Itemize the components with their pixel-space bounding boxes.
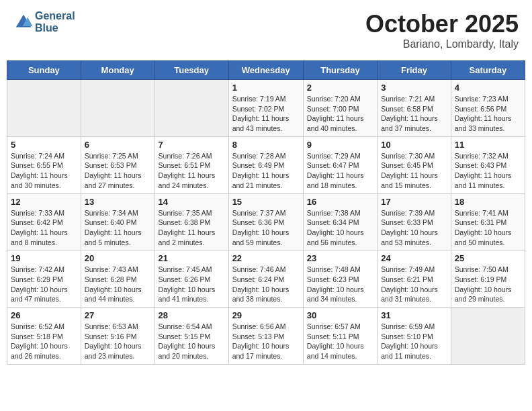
day-info: Sunrise: 7:46 AM Sunset: 6:24 PM Dayligh… [232, 265, 300, 304]
header-friday: Friday [378, 61, 451, 80]
calendar-cell: 25Sunrise: 7:50 AM Sunset: 6:19 PM Dayli… [451, 250, 525, 308]
calendar-cell: 24Sunrise: 7:49 AM Sunset: 6:21 PM Dayli… [378, 250, 451, 308]
day-info: Sunrise: 7:42 AM Sunset: 6:29 PM Dayligh… [11, 265, 77, 304]
calendar-cell: 23Sunrise: 7:48 AM Sunset: 6:23 PM Dayli… [303, 250, 377, 308]
day-info: Sunrise: 7:19 AM Sunset: 7:02 PM Dayligh… [232, 94, 300, 134]
calendar-week-row: 26Sunrise: 6:52 AM Sunset: 5:18 PM Dayli… [7, 308, 525, 365]
day-number: 1 [232, 83, 300, 93]
day-info: Sunrise: 7:38 AM Sunset: 6:34 PM Dayligh… [307, 208, 373, 248]
calendar-cell: 13Sunrise: 7:34 AM Sunset: 6:40 PM Dayli… [81, 193, 154, 250]
calendar-cell: 2Sunrise: 7:20 AM Sunset: 7:00 PM Daylig… [303, 80, 377, 137]
day-info: Sunrise: 7:32 AM Sunset: 6:43 PM Dayligh… [455, 151, 521, 191]
calendar-cell: 15Sunrise: 7:37 AM Sunset: 6:36 PM Dayli… [228, 193, 303, 250]
day-number: 24 [381, 253, 447, 263]
day-info: Sunrise: 7:39 AM Sunset: 6:33 PM Dayligh… [381, 208, 447, 248]
calendar-cell: 6Sunrise: 7:25 AM Sunset: 6:53 PM Daylig… [81, 136, 154, 193]
calendar-cell: 20Sunrise: 7:43 AM Sunset: 6:28 PM Dayli… [81, 250, 154, 308]
day-number: 10 [381, 140, 447, 150]
day-number: 26 [11, 310, 77, 320]
calendar-cell: 7Sunrise: 7:26 AM Sunset: 6:51 PM Daylig… [154, 136, 228, 193]
calendar-cell: 8Sunrise: 7:28 AM Sunset: 6:49 PM Daylig… [228, 136, 303, 193]
day-number: 31 [381, 310, 447, 320]
logo-icon [13, 12, 34, 32]
calendar-cell [451, 308, 525, 365]
day-number: 2 [307, 83, 373, 93]
day-number: 19 [11, 253, 77, 263]
calendar-table: Sunday Monday Tuesday Wednesday Thursday… [7, 60, 525, 365]
logo-text: General Blue [35, 10, 75, 34]
day-number: 12 [11, 197, 77, 207]
day-number: 4 [455, 83, 521, 93]
calendar-cell: 9Sunrise: 7:29 AM Sunset: 6:47 PM Daylig… [303, 136, 377, 193]
day-info: Sunrise: 7:45 AM Sunset: 6:26 PM Dayligh… [159, 265, 225, 304]
calendar-cell: 14Sunrise: 7:35 AM Sunset: 6:38 PM Dayli… [154, 193, 228, 250]
day-number: 11 [455, 140, 521, 150]
calendar-cell: 17Sunrise: 7:39 AM Sunset: 6:33 PM Dayli… [378, 193, 451, 250]
calendar-week-row: 19Sunrise: 7:42 AM Sunset: 6:29 PM Dayli… [7, 250, 525, 308]
day-info: Sunrise: 7:50 AM Sunset: 6:19 PM Dayligh… [455, 265, 521, 304]
page-header: General Blue October 2025 Bariano, Lomba… [7, 7, 525, 54]
day-info: Sunrise: 7:49 AM Sunset: 6:21 PM Dayligh… [381, 265, 447, 304]
title-block: October 2025 Bariano, Lombardy, Italy [365, 10, 519, 50]
calendar-cell: 22Sunrise: 7:46 AM Sunset: 6:24 PM Dayli… [228, 250, 303, 308]
day-info: Sunrise: 7:30 AM Sunset: 6:45 PM Dayligh… [381, 151, 447, 191]
calendar-cell: 4Sunrise: 7:23 AM Sunset: 6:56 PM Daylig… [451, 80, 525, 137]
day-info: Sunrise: 6:56 AM Sunset: 5:13 PM Dayligh… [232, 322, 300, 361]
day-info: Sunrise: 7:23 AM Sunset: 6:56 PM Dayligh… [455, 94, 521, 134]
calendar-cell [7, 80, 81, 137]
day-info: Sunrise: 6:54 AM Sunset: 5:15 PM Dayligh… [159, 322, 225, 361]
day-info: Sunrise: 7:43 AM Sunset: 6:28 PM Dayligh… [85, 265, 151, 304]
calendar-cell: 26Sunrise: 6:52 AM Sunset: 5:18 PM Dayli… [7, 308, 81, 365]
day-number: 28 [159, 310, 225, 320]
calendar-cell: 31Sunrise: 6:59 AM Sunset: 5:10 PM Dayli… [378, 308, 451, 365]
day-info: Sunrise: 7:41 AM Sunset: 6:31 PM Dayligh… [455, 208, 521, 248]
day-info: Sunrise: 6:52 AM Sunset: 5:18 PM Dayligh… [11, 322, 77, 361]
logo: General Blue [13, 10, 75, 34]
day-info: Sunrise: 7:24 AM Sunset: 6:55 PM Dayligh… [11, 151, 77, 191]
day-number: 13 [85, 197, 151, 207]
calendar-week-row: 5Sunrise: 7:24 AM Sunset: 6:55 PM Daylig… [7, 136, 525, 193]
calendar-cell: 3Sunrise: 7:21 AM Sunset: 6:58 PM Daylig… [378, 80, 451, 137]
calendar-cell: 1Sunrise: 7:19 AM Sunset: 7:02 PM Daylig… [228, 80, 303, 137]
header-saturday: Saturday [451, 61, 525, 80]
day-number: 5 [11, 140, 77, 150]
day-number: 16 [307, 197, 373, 207]
day-info: Sunrise: 7:48 AM Sunset: 6:23 PM Dayligh… [307, 265, 373, 304]
calendar-cell: 19Sunrise: 7:42 AM Sunset: 6:29 PM Dayli… [7, 250, 81, 308]
day-number: 21 [159, 253, 225, 263]
calendar-week-row: 12Sunrise: 7:33 AM Sunset: 6:42 PM Dayli… [7, 193, 525, 250]
day-info: Sunrise: 7:28 AM Sunset: 6:49 PM Dayligh… [232, 151, 300, 191]
day-info: Sunrise: 7:20 AM Sunset: 7:00 PM Dayligh… [307, 94, 373, 134]
day-number: 7 [159, 140, 225, 150]
calendar-cell [154, 80, 228, 137]
day-number: 29 [232, 310, 300, 320]
header-thursday: Thursday [303, 61, 377, 80]
day-number: 15 [232, 197, 300, 207]
calendar-cell [81, 80, 154, 137]
day-info: Sunrise: 6:59 AM Sunset: 5:10 PM Dayligh… [381, 322, 447, 361]
day-number: 30 [307, 310, 373, 320]
day-info: Sunrise: 7:26 AM Sunset: 6:51 PM Dayligh… [159, 151, 225, 191]
day-number: 20 [85, 253, 151, 263]
calendar-subtitle: Bariano, Lombardy, Italy [365, 38, 519, 50]
calendar-cell: 12Sunrise: 7:33 AM Sunset: 6:42 PM Dayli… [7, 193, 81, 250]
calendar-cell: 16Sunrise: 7:38 AM Sunset: 6:34 PM Dayli… [303, 193, 377, 250]
day-info: Sunrise: 6:57 AM Sunset: 5:11 PM Dayligh… [307, 322, 373, 361]
calendar-cell: 18Sunrise: 7:41 AM Sunset: 6:31 PM Dayli… [451, 193, 525, 250]
calendar-cell: 11Sunrise: 7:32 AM Sunset: 6:43 PM Dayli… [451, 136, 525, 193]
calendar-week-row: 1Sunrise: 7:19 AM Sunset: 7:02 PM Daylig… [7, 80, 525, 137]
day-info: Sunrise: 7:21 AM Sunset: 6:58 PM Dayligh… [381, 94, 447, 134]
day-info: Sunrise: 7:25 AM Sunset: 6:53 PM Dayligh… [85, 151, 151, 191]
day-number: 3 [381, 83, 447, 93]
day-number: 22 [232, 253, 300, 263]
day-info: Sunrise: 7:34 AM Sunset: 6:40 PM Dayligh… [85, 208, 151, 248]
day-number: 18 [455, 197, 521, 207]
calendar-cell: 21Sunrise: 7:45 AM Sunset: 6:26 PM Dayli… [154, 250, 228, 308]
day-number: 27 [85, 310, 151, 320]
day-info: Sunrise: 7:37 AM Sunset: 6:36 PM Dayligh… [232, 208, 300, 248]
day-number: 17 [381, 197, 447, 207]
calendar-cell: 28Sunrise: 6:54 AM Sunset: 5:15 PM Dayli… [154, 308, 228, 365]
day-info: Sunrise: 6:53 AM Sunset: 5:16 PM Dayligh… [85, 322, 151, 361]
day-info: Sunrise: 7:35 AM Sunset: 6:38 PM Dayligh… [159, 208, 225, 248]
day-number: 6 [85, 140, 151, 150]
